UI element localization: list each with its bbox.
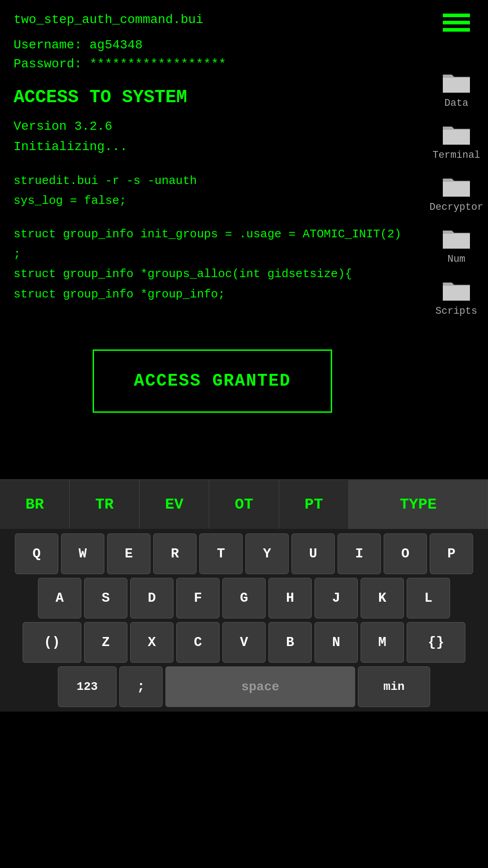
key-u[interactable]: U: [291, 533, 335, 574]
struct-line2: struct group_info *groups_alloc(int gids…: [14, 264, 411, 284]
func-key-tr[interactable]: TR: [70, 480, 139, 529]
terminal-folder-icon: [441, 120, 472, 147]
struct-line1: struct group_info init_groups = .usage =…: [14, 224, 411, 264]
struct-block: struct group_info init_groups = .usage =…: [14, 224, 411, 304]
key-o[interactable]: O: [384, 533, 427, 574]
access-granted-container: ACCESS GRANTED: [14, 349, 411, 413]
credentials: Username: ag54348 Password: ************…: [14, 36, 411, 74]
sidebar-item-decryptor[interactable]: Decryptor: [430, 172, 483, 213]
key-braces[interactable]: {}: [407, 622, 465, 663]
username-label: Username:: [14, 38, 82, 52]
sidebar-scripts-label: Scripts: [436, 306, 477, 317]
keyboard-bottom-row: 123 ; space min: [0, 666, 488, 712]
key-g[interactable]: G: [222, 578, 266, 618]
key-v[interactable]: V: [222, 622, 266, 663]
key-c[interactable]: C: [176, 622, 220, 663]
key-s[interactable]: S: [84, 578, 127, 618]
key-w[interactable]: W: [61, 533, 104, 574]
init-status: Initializing...: [14, 137, 411, 157]
sidebar-item-terminal[interactable]: Terminal: [432, 120, 480, 161]
access-granted-button[interactable]: ACCESS GRANTED: [93, 349, 332, 413]
func-key-ev[interactable]: EV: [140, 480, 209, 529]
key-q[interactable]: Q: [15, 533, 58, 574]
sidebar-item-scripts[interactable]: Scripts: [436, 276, 477, 317]
access-title: ACCESS TO SYSTEM: [14, 87, 411, 108]
keyboard: Q W E R T Y U I O P A S D F G H J K L ()…: [0, 529, 488, 712]
key-i[interactable]: I: [338, 533, 381, 574]
key-m[interactable]: M: [361, 622, 404, 663]
key-z[interactable]: Z: [84, 622, 127, 663]
key-n[interactable]: N: [314, 622, 358, 663]
func-key-ot[interactable]: OT: [209, 480, 279, 529]
key-123[interactable]: 123: [58, 666, 117, 707]
sidebar-item-num[interactable]: Num: [441, 224, 472, 265]
decryptor-folder-icon: [441, 172, 472, 199]
sidebar-item-data[interactable]: Data: [441, 68, 472, 109]
version-label: Version 3.2.6: [14, 117, 411, 137]
data-folder-icon: [441, 68, 472, 95]
right-sidebar: Data Terminal Decryptor: [425, 0, 488, 479]
code-block: struedit.bui -r -s -unauth sys_log = fal…: [14, 171, 411, 211]
key-p[interactable]: P: [430, 533, 473, 574]
key-x[interactable]: X: [130, 622, 174, 663]
key-semicolon[interactable]: ;: [119, 666, 163, 707]
func-key-type[interactable]: TYPE: [349, 480, 488, 529]
func-key-br[interactable]: BR: [0, 480, 70, 529]
hamburger-icon[interactable]: [443, 14, 470, 32]
filename: two_step_auth_command.bui: [14, 13, 411, 27]
menu-icon-area[interactable]: [425, 5, 488, 41]
func-key-pt[interactable]: PT: [279, 480, 349, 529]
function-keys-row: BR TR EV OT PT TYPE: [0, 479, 488, 529]
key-l[interactable]: L: [407, 578, 450, 618]
key-t[interactable]: T: [199, 533, 243, 574]
version-info: Version 3.2.6 Initializing...: [14, 117, 411, 157]
key-min[interactable]: min: [358, 666, 430, 707]
key-b[interactable]: B: [268, 622, 312, 663]
key-parentheses[interactable]: (): [23, 622, 81, 663]
username-value: ag54348: [89, 38, 143, 52]
password-value: ******************: [89, 57, 226, 71]
key-y[interactable]: Y: [245, 533, 289, 574]
main-area: two_step_auth_command.bui Username: ag54…: [0, 0, 488, 479]
code-line1: struedit.bui -r -s -unauth: [14, 171, 411, 191]
code-line2: sys_log = false;: [14, 191, 411, 211]
key-d[interactable]: D: [130, 578, 174, 618]
key-r[interactable]: R: [153, 533, 197, 574]
struct-line3: struct group_info *group_info;: [14, 284, 411, 304]
key-j[interactable]: J: [314, 578, 358, 618]
sidebar-num-label: Num: [447, 254, 465, 265]
key-f[interactable]: F: [176, 578, 220, 618]
key-h[interactable]: H: [268, 578, 312, 618]
key-space[interactable]: space: [165, 666, 355, 707]
terminal-content: two_step_auth_command.bui Username: ag54…: [0, 0, 425, 479]
key-a[interactable]: A: [38, 578, 81, 618]
sidebar-terminal-label: Terminal: [432, 150, 480, 161]
sidebar-data-label: Data: [445, 98, 469, 109]
sidebar-decryptor-label: Decryptor: [430, 202, 483, 213]
password-label: Password:: [14, 57, 82, 71]
key-k[interactable]: K: [361, 578, 404, 618]
num-folder-icon: [441, 224, 472, 251]
scripts-folder-icon: [441, 276, 472, 303]
keyboard-row-2: A S D F G H J K L: [0, 578, 488, 618]
key-e[interactable]: E: [107, 533, 150, 574]
keyboard-row-3: () Z X C V B N M {}: [0, 622, 488, 663]
keyboard-row-1: Q W E R T Y U I O P: [0, 533, 488, 574]
